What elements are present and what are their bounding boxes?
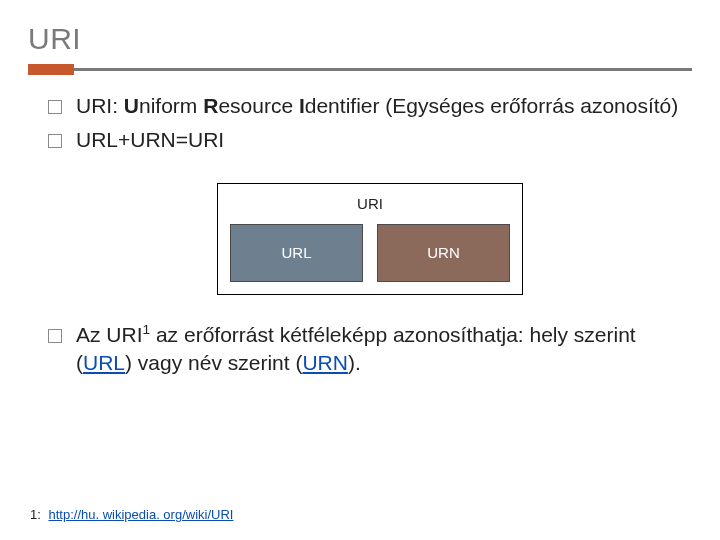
text-span: niform bbox=[139, 94, 203, 117]
diagram-urn-box: URN bbox=[377, 224, 510, 282]
text-span: Az URI bbox=[76, 323, 143, 346]
bullet-1: URI: Uniform Resource Identifier (Egység… bbox=[48, 92, 692, 120]
url-link[interactable]: URL bbox=[83, 351, 125, 374]
bullet-2-text: URL+URN=URI bbox=[76, 126, 692, 154]
bold-letter: R bbox=[203, 94, 218, 117]
bullet-marker-icon bbox=[48, 100, 62, 114]
footnote-link[interactable]: http://hu. wikipedia. org/wiki/URI bbox=[48, 507, 233, 522]
text-span: esource bbox=[218, 94, 299, 117]
diagram-url-box: URL bbox=[230, 224, 363, 282]
bullet-marker-icon bbox=[48, 134, 62, 148]
slide: URI URI: Uniform Resource Identifier (Eg… bbox=[0, 0, 720, 540]
text-span: dentifier (Egységes erőforrás azonosító) bbox=[305, 94, 679, 117]
rule-accent bbox=[28, 64, 74, 75]
bold-letter: U bbox=[124, 94, 139, 117]
footnote: 1: http://hu. wikipedia. org/wiki/URI bbox=[30, 507, 233, 522]
bullet-3-text: Az URI1 az erőforrást kétféleképp azonos… bbox=[76, 321, 692, 378]
bullet-3: Az URI1 az erőforrást kétféleképp azonos… bbox=[48, 321, 692, 378]
text-span: ) vagy név szerint ( bbox=[125, 351, 302, 374]
text-span: URI: bbox=[76, 94, 124, 117]
slide-title: URI bbox=[28, 22, 692, 56]
footnote-number: 1: bbox=[30, 507, 41, 522]
content-area: URI: Uniform Resource Identifier (Egység… bbox=[28, 92, 692, 378]
rule-line bbox=[28, 68, 692, 71]
bullet-1-text: URI: Uniform Resource Identifier (Egység… bbox=[76, 92, 692, 120]
superscript: 1 bbox=[143, 322, 151, 337]
title-rule bbox=[28, 66, 692, 74]
uri-diagram: URI URL URN bbox=[217, 183, 523, 295]
bullet-2: URL+URN=URI bbox=[48, 126, 692, 154]
bullet-marker-icon bbox=[48, 329, 62, 343]
urn-link[interactable]: URN bbox=[302, 351, 348, 374]
text-span: ). bbox=[348, 351, 361, 374]
diagram-outer-label: URI bbox=[230, 194, 510, 214]
diagram-boxes: URL URN bbox=[230, 224, 510, 282]
